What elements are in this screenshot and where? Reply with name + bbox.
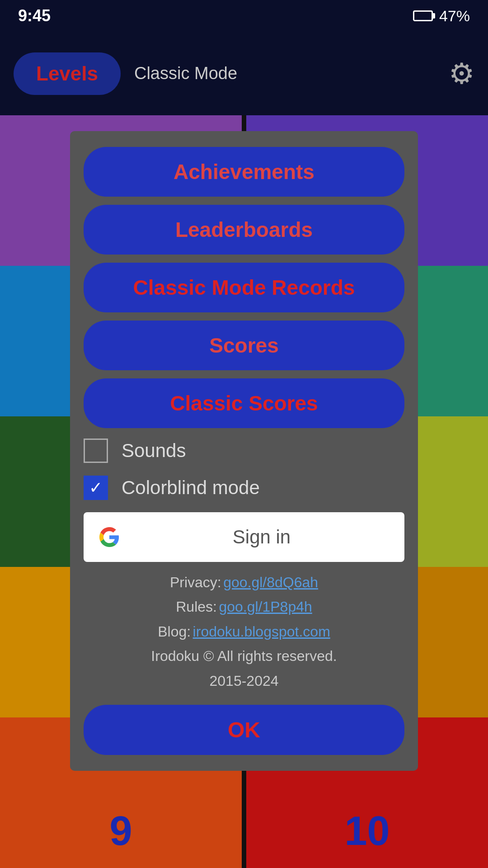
scores-button[interactable]: Scores bbox=[84, 321, 404, 370]
ok-label: OK bbox=[228, 718, 260, 742]
battery-icon bbox=[413, 10, 433, 21]
cell-number-9: 9 bbox=[109, 808, 132, 854]
classic-mode-records-label: Classic Mode Records bbox=[133, 276, 355, 299]
classic-scores-button[interactable]: Classic Scores bbox=[84, 378, 404, 428]
header: Levels Classic Mode ⚙ bbox=[0, 32, 488, 115]
links-section: Privacy: goo.gl/8dQ6ah Rules: goo.gl/1P8… bbox=[84, 570, 404, 693]
blog-link[interactable]: irodoku.blogspot.com bbox=[193, 623, 330, 640]
achievements-label: Achievements bbox=[174, 160, 314, 184]
year-text: 2015-2024 bbox=[209, 673, 278, 689]
status-time: 9:45 bbox=[18, 6, 51, 25]
rules-label: Rules: bbox=[176, 599, 217, 615]
blog-line: Blog: irodoku.blogspot.com bbox=[84, 619, 404, 644]
classic-mode-label: Classic Mode bbox=[134, 64, 449, 83]
signin-button[interactable]: Sign in bbox=[84, 512, 404, 562]
leaderboards-label: Leaderboards bbox=[175, 218, 313, 241]
google-logo bbox=[97, 525, 122, 549]
privacy-link[interactable]: goo.gl/8dQ6ah bbox=[223, 574, 318, 590]
achievements-button[interactable]: Achievements bbox=[84, 147, 404, 197]
settings-icon[interactable]: ⚙ bbox=[449, 57, 474, 90]
colorblind-label: Colorblind mode bbox=[122, 477, 260, 499]
menu-dialog: Achievements Leaderboards Classic Mode R… bbox=[70, 131, 418, 771]
classic-mode-records-button[interactable]: Classic Mode Records bbox=[84, 263, 404, 312]
colorblind-row: ✓ Colorblind mode bbox=[84, 473, 404, 502]
rules-link[interactable]: goo.gl/1P8p4h bbox=[219, 599, 312, 615]
blog-label: Blog: bbox=[158, 623, 191, 640]
levels-button[interactable]: Levels bbox=[14, 52, 121, 95]
ok-button[interactable]: OK bbox=[84, 705, 404, 755]
check-mark: ✓ bbox=[89, 478, 103, 497]
levels-button-label: Levels bbox=[36, 62, 98, 85]
battery-percentage: 47% bbox=[439, 7, 470, 25]
colorblind-checkbox[interactable]: ✓ bbox=[84, 476, 108, 500]
cell-number-10: 10 bbox=[344, 808, 389, 854]
status-battery: 47% bbox=[413, 7, 470, 25]
status-bar: 9:45 47% bbox=[0, 0, 488, 32]
sounds-checkbox[interactable] bbox=[84, 439, 108, 463]
scores-label: Scores bbox=[209, 334, 278, 357]
sounds-row: Sounds bbox=[84, 436, 404, 465]
copyright-line: Irodoku © All rights reserved. bbox=[84, 644, 404, 668]
copyright-text: Irodoku © All rights reserved. bbox=[151, 648, 337, 664]
leaderboards-button[interactable]: Leaderboards bbox=[84, 205, 404, 255]
sounds-label: Sounds bbox=[122, 440, 186, 462]
year-line: 2015-2024 bbox=[84, 669, 404, 693]
signin-label: Sign in bbox=[132, 526, 391, 548]
classic-scores-label: Classic Scores bbox=[170, 392, 318, 415]
rules-line: Rules: goo.gl/1P8p4h bbox=[84, 594, 404, 619]
privacy-line: Privacy: goo.gl/8dQ6ah bbox=[84, 570, 404, 594]
privacy-label: Privacy: bbox=[170, 574, 221, 590]
